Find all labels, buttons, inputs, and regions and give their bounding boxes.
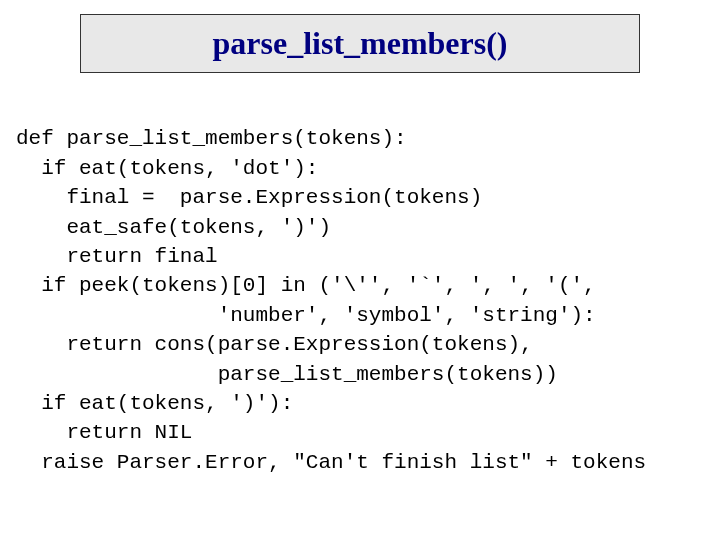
code-line: parse_list_members(tokens)) (16, 363, 558, 386)
code-line: return final (16, 245, 218, 268)
code-line: raise Parser.Error, "Can't finish list" … (16, 451, 646, 474)
code-line: final = parse.Expression(tokens) (16, 186, 482, 209)
code-line: return NIL (16, 421, 192, 444)
code-line: return cons(parse.Expression(tokens), (16, 333, 533, 356)
title-box: parse_list_members() (80, 14, 640, 73)
code-line: if peek(tokens)[0] in ('\'', '`', ', ', … (16, 274, 596, 297)
code-block: def parse_list_members(tokens): if eat(t… (10, 95, 710, 477)
code-line: eat_safe(tokens, ')') (16, 216, 331, 239)
code-line: if eat(tokens, 'dot'): (16, 157, 318, 180)
code-line: if eat(tokens, ')'): (16, 392, 293, 415)
page-title: parse_list_members() (212, 25, 507, 61)
code-line: def parse_list_members(tokens): (16, 127, 407, 150)
code-line: 'number', 'symbol', 'string'): (16, 304, 596, 327)
